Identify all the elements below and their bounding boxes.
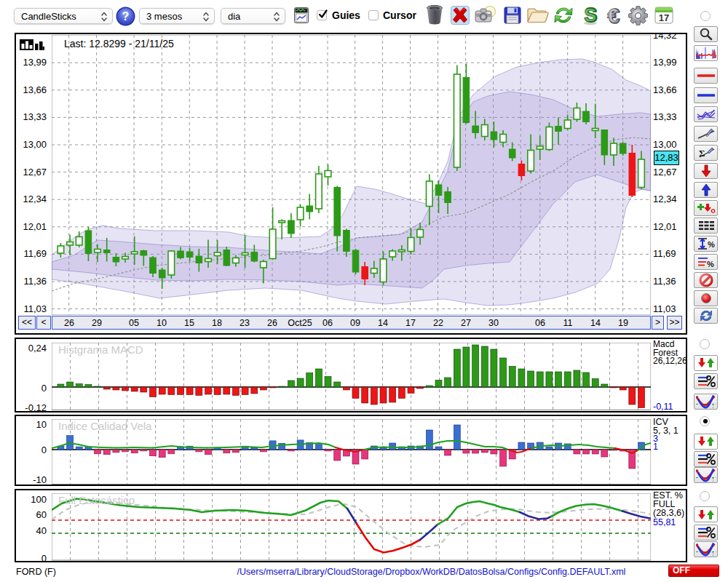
svg-text:S: S [584, 5, 596, 25]
svg-text:%: % [707, 260, 714, 268]
svg-text:17: 17 [659, 12, 669, 23]
svg-text:?: ? [122, 10, 130, 23]
svg-text:€: € [608, 5, 618, 25]
svg-text:%: % [708, 240, 715, 249]
